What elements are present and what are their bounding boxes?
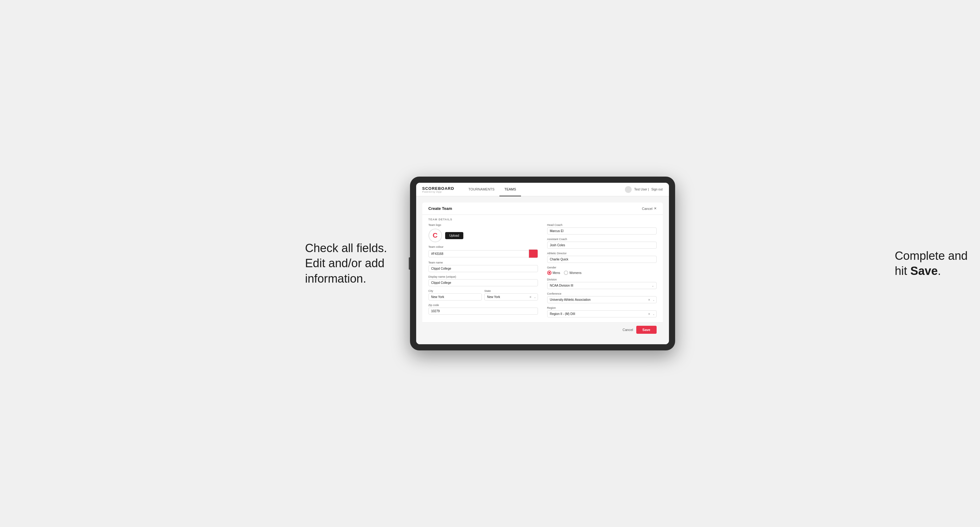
region-group: Region ✕ ⌄: [547, 306, 657, 317]
region-chevron-icon: ⌄: [652, 313, 655, 315]
gender-womens-option[interactable]: Womens: [564, 271, 581, 275]
division-chevron-icon: ⌄: [652, 284, 654, 287]
gender-group: Gender Mens Womens: [547, 266, 657, 275]
gender-mens-option[interactable]: Mens: [547, 271, 560, 275]
assistant-coach-input[interactable]: [547, 241, 657, 249]
color-input-row: [428, 249, 538, 258]
cancel-x-label: Cancel: [642, 207, 652, 211]
nav-tabs: TOURNAMENTS TEAMS: [463, 183, 625, 196]
instructions-right-end: .: [938, 264, 941, 277]
app-navbar: SCOREBOARD Powered by clippi TOURNAMENTS…: [416, 183, 669, 196]
display-name-label: Display name (unique): [428, 275, 538, 278]
zip-code-group: Zip code: [428, 303, 538, 315]
state-select-wrapper: ✕ ⌄: [484, 294, 538, 300]
city-input[interactable]: [428, 294, 482, 300]
conference-label: Conference: [547, 292, 657, 295]
form-right: Head Coach Assistant Coach Athletic Dire…: [547, 224, 657, 317]
division-group: Division ⌄: [547, 278, 657, 289]
logo-sub: Powered by clippi: [422, 191, 454, 193]
instructions-right-line1: Complete and: [895, 249, 968, 262]
athletic-director-input[interactable]: [547, 256, 657, 263]
tablet-screen: SCOREBOARD Powered by clippi TOURNAMENTS…: [416, 183, 669, 344]
mens-label: Mens: [553, 271, 560, 275]
team-name-input[interactable]: [428, 265, 538, 272]
logo-main: SCOREBOARD: [422, 186, 454, 191]
panel-header: Create Team Cancel ✕: [422, 203, 663, 215]
tab-tournaments[interactable]: TOURNAMENTS: [463, 183, 500, 196]
city-state-row: City State ✕ ⌄: [428, 289, 538, 300]
division-input[interactable]: [547, 282, 657, 289]
division-label: Division: [547, 278, 657, 281]
tablet-frame: SCOREBOARD Powered by clippi TOURNAMENTS…: [410, 176, 675, 351]
color-swatch[interactable]: [529, 249, 538, 258]
panel-footer: Cancel Save: [422, 322, 663, 337]
sign-out-link[interactable]: Sign out: [651, 188, 663, 191]
instructions-left: Check all fields. Edit and/or add inform…: [305, 241, 391, 286]
create-team-panel: Create Team Cancel ✕ TEAM DETAILS: [422, 203, 663, 337]
page-wrapper: Check all fields. Edit and/or add inform…: [12, 176, 968, 351]
conference-input[interactable]: [547, 296, 657, 303]
mens-radio[interactable]: [547, 271, 552, 275]
athletic-director-label: Athletic Director: [547, 252, 657, 255]
city-label: City: [428, 289, 482, 292]
form-body: Team logo C Upload Team colo: [422, 224, 663, 322]
team-name-group: Team name: [428, 261, 538, 272]
region-input[interactable]: [547, 310, 657, 317]
team-logo-section: Team logo C Upload: [428, 224, 538, 242]
team-logo-label: Team logo: [428, 224, 538, 227]
instructions-right-line2: hit: [895, 264, 910, 277]
form-left: Team logo C Upload Team colo: [428, 224, 538, 317]
nav-right: Test User | Sign out: [625, 186, 662, 193]
head-coach-input[interactable]: [547, 227, 657, 235]
womens-label: Womens: [570, 271, 581, 275]
cancel-x-button[interactable]: Cancel ✕: [642, 206, 656, 211]
gender-row: Mens Womens: [547, 271, 657, 275]
team-name-label: Team name: [428, 261, 538, 264]
conference-chevron-icon: ⌄: [652, 298, 655, 301]
region-select-wrapper: ✕ ⌄: [547, 310, 657, 317]
section-label: TEAM DETAILS: [422, 215, 663, 224]
conference-group: Conference ✕ ⌄: [547, 292, 657, 303]
team-colour-label: Team colour: [428, 245, 538, 248]
footer-save-button[interactable]: Save: [636, 326, 657, 334]
instructions-right: Complete and hit Save.: [895, 248, 968, 279]
region-label: Region: [547, 306, 657, 310]
head-coach-label: Head Coach: [547, 224, 657, 227]
tablet-sidebar-button: [409, 257, 410, 270]
logo-upload-row: C Upload: [428, 229, 538, 242]
logo-circle: C: [428, 229, 442, 242]
display-name-group: Display name (unique): [428, 275, 538, 286]
assistant-coach-label: Assistant Coach: [547, 238, 657, 241]
conference-select-wrapper: ✕ ⌄: [547, 296, 657, 303]
gender-label: Gender: [547, 266, 657, 269]
tab-teams[interactable]: TEAMS: [500, 183, 521, 196]
assistant-coach-group: Assistant Coach: [547, 238, 657, 249]
head-coach-group: Head Coach: [547, 224, 657, 235]
zip-label: Zip code: [428, 303, 538, 306]
city-group: City: [428, 289, 482, 300]
footer-cancel-button[interactable]: Cancel: [623, 328, 633, 332]
state-group: State ✕ ⌄: [484, 289, 538, 300]
state-clear-icon[interactable]: ✕: [529, 295, 532, 298]
state-label: State: [484, 289, 538, 292]
display-name-input[interactable]: [428, 279, 538, 286]
zip-input[interactable]: [428, 308, 538, 315]
x-icon: ✕: [654, 206, 657, 211]
athletic-director-group: Athletic Director: [547, 252, 657, 263]
logo-letter: C: [433, 232, 438, 240]
avatar: [625, 186, 632, 193]
content-area: Create Team Cancel ✕ TEAM DETAILS: [416, 196, 669, 344]
user-label: Test User |: [634, 188, 649, 191]
division-select-wrapper: ⌄: [547, 282, 657, 289]
team-colour-input[interactable]: [428, 250, 529, 257]
conference-clear-icon[interactable]: ✕: [648, 298, 651, 302]
team-colour-group: Team colour: [428, 245, 538, 258]
womens-radio[interactable]: [564, 271, 568, 275]
region-clear-icon[interactable]: ✕: [648, 313, 651, 316]
panel-title: Create Team: [428, 206, 452, 211]
upload-button[interactable]: Upload: [445, 232, 464, 239]
app-logo: SCOREBOARD Powered by clippi: [422, 186, 454, 193]
instructions-right-bold: Save: [910, 264, 938, 277]
